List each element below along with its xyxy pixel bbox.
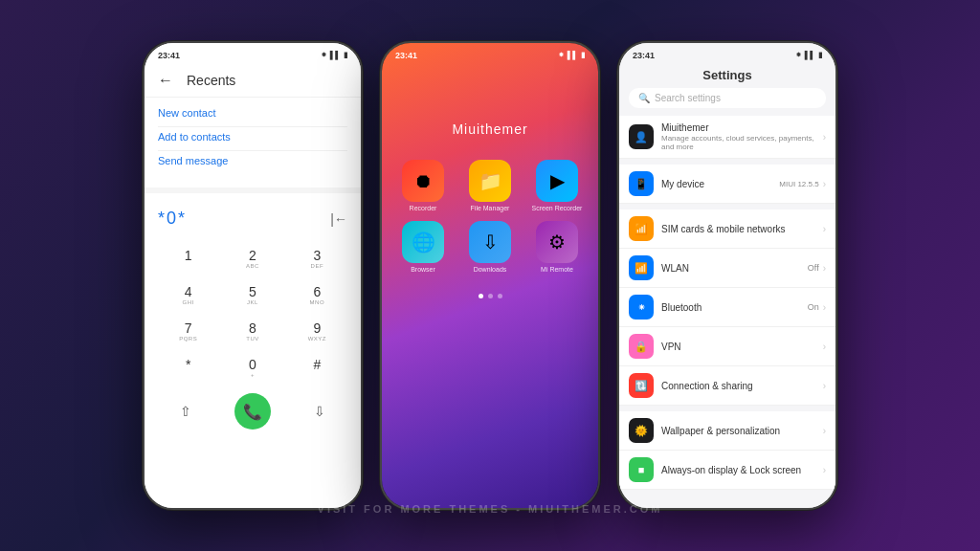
settings-item-wallpaper[interactable]: 🌞 Wallpaper & personalization › xyxy=(619,411,835,451)
conn-text: Connection & sharing xyxy=(661,381,823,391)
settings-item-connection[interactable]: 🔃 Connection & sharing › xyxy=(619,366,835,406)
phone-settings: 23:41 ⁕ ▌▌ ▮ Settings 🔍 Search settings … xyxy=(617,41,837,510)
settings-item-mydevice[interactable]: 📱 My device MIUI 12.5.5 › xyxy=(619,165,835,204)
mydevice-text: My device xyxy=(661,179,779,189)
chevron-5: › xyxy=(823,342,826,352)
app-files-label: File Manager xyxy=(471,205,510,211)
bt-name: Bluetooth xyxy=(661,302,808,313)
app-screen-icon: ▶ xyxy=(536,160,578,202)
dial-key-1[interactable]: 1 xyxy=(158,242,218,275)
app-recorder-icon: ⏺ xyxy=(402,160,444,202)
status-icons-1: ⁕ ▌▌ ▮ xyxy=(321,51,347,59)
app-downloads[interactable]: ⇩ Downloads xyxy=(461,221,519,273)
app-downloads-icon: ⇩ xyxy=(469,221,511,263)
wallpaper-text: Wallpaper & personalization xyxy=(661,426,823,436)
recents-header: ← Recents xyxy=(145,64,361,98)
wlan-status: Off xyxy=(808,263,819,273)
down-arrow-button[interactable]: ⇩ xyxy=(314,404,325,419)
miuithemer-name: Miuithemer xyxy=(661,122,823,133)
app-remote-icon: ⚙ xyxy=(536,221,578,263)
dial-key-3[interactable]: 3DEF xyxy=(287,242,347,275)
alwayson-name: Always-on display & Lock screen xyxy=(661,465,823,475)
backspace-button[interactable]: |← xyxy=(330,211,347,227)
dialpad-display: *0* |← xyxy=(158,205,347,232)
call-button[interactable]: 📞 xyxy=(234,393,271,430)
dial-key-8[interactable]: 8TUV xyxy=(222,315,282,347)
app-browser-icon: 🌐 xyxy=(402,221,444,263)
signal-icon-2: ▌▌ xyxy=(568,51,578,59)
search-placeholder: Search settings xyxy=(655,93,721,103)
mydevice-icon: 📱 xyxy=(629,171,654,196)
wlan-icon: 📶 xyxy=(629,255,654,280)
app-files[interactable]: 📁 File Manager xyxy=(461,160,519,211)
phone-home: 23:41 ⁕ ▌▌ ▮ Miuithemer ⏺ Recorder 📁 Fil… xyxy=(380,41,600,510)
bt-icon-2: ⁕ xyxy=(558,51,565,59)
dial-key-9[interactable]: 9WXYZ xyxy=(287,315,347,347)
wlan-text: WLAN xyxy=(661,263,808,274)
dialpad-area: *0* |← 1 2ABC 3DEF 4GHI 5JKL 6MNO 7PQRS … xyxy=(145,197,361,441)
signal-icon: ▌▌ xyxy=(330,51,341,59)
sim-icon: 📶 xyxy=(629,216,654,241)
app-files-icon: 📁 xyxy=(469,160,511,202)
chevron-4: › xyxy=(823,302,826,313)
send-message-link[interactable]: Send message xyxy=(158,155,347,166)
app-browser[interactable]: 🌐 Browser xyxy=(394,221,452,273)
time-3: 23:41 xyxy=(633,51,655,60)
settings-item-vpn[interactable]: 🔒 VPN › xyxy=(619,327,835,366)
dial-key-star[interactable]: * xyxy=(158,351,218,384)
dial-key-hash[interactable]: # xyxy=(287,351,347,384)
dial-key-2[interactable]: 2ABC xyxy=(222,242,282,275)
bt-icon-3: ⁕ xyxy=(795,51,802,59)
chevron-1: › xyxy=(823,179,826,189)
dial-key-4[interactable]: 4GHI xyxy=(158,278,218,311)
divider-2 xyxy=(158,150,347,151)
sim-text: SIM cards & mobile networks xyxy=(661,224,823,234)
dot-3 xyxy=(498,294,502,298)
wallpaper-name: Wallpaper & personalization xyxy=(661,426,823,436)
home-content: Miuithemer ⏺ Recorder 📁 File Manager ▶ S… xyxy=(382,64,598,508)
settings-item-alwayson[interactable]: ■ Always-on display & Lock screen › xyxy=(619,451,835,490)
chevron-6: › xyxy=(823,381,826,391)
alwayson-text: Always-on display & Lock screen xyxy=(661,465,823,475)
sim-name: SIM cards & mobile networks xyxy=(661,224,823,234)
app-recorder[interactable]: ⏺ Recorder xyxy=(394,160,452,211)
status-icons-2: ⁕ ▌▌ ▮ xyxy=(558,51,585,59)
dial-key-5[interactable]: 5JKL xyxy=(222,278,282,311)
settings-list: 👤 Miuithemer Manage accounts, cloud serv… xyxy=(619,116,835,494)
watermark: VISIT FOR MORE THEMES - MIUITHEMER.COM xyxy=(318,503,663,515)
chevron-7: › xyxy=(823,426,826,436)
phone-dialer: 23:41 ⁕ ▌▌ ▮ ← Recents New contact Add t… xyxy=(143,41,363,510)
new-contact-link[interactable]: New contact xyxy=(158,107,347,119)
dial-key-0[interactable]: 0+ xyxy=(222,351,282,384)
search-icon: 🔍 xyxy=(638,93,650,103)
chevron-2: › xyxy=(823,224,826,234)
add-to-contacts-link[interactable]: Add to contacts xyxy=(158,131,347,143)
app-browser-label: Browser xyxy=(411,266,435,273)
bt-icon: ⁕ xyxy=(321,51,327,59)
dial-key-6[interactable]: 6MNO xyxy=(287,278,347,311)
conn-icon: 🔃 xyxy=(629,373,654,398)
chevron-0: › xyxy=(823,132,826,143)
settings-item-bluetooth[interactable]: ⁕ Bluetooth On › xyxy=(619,288,835,327)
back-button[interactable]: ← xyxy=(158,72,173,89)
settings-item-wlan[interactable]: 📶 WLAN Off › xyxy=(619,249,835,288)
app-remote[interactable]: ⚙ Mi Remote xyxy=(528,221,586,273)
wallpaper-icon: 🌞 xyxy=(629,418,654,443)
dial-key-7[interactable]: 7PQRS xyxy=(158,315,218,347)
vpn-icon: 🔒 xyxy=(629,334,654,359)
settings-title: Settings xyxy=(619,64,835,88)
miuithemer-sub: Manage accounts, cloud services, payment… xyxy=(661,134,823,151)
settings-item-sim[interactable]: 📶 SIM cards & mobile networks › xyxy=(619,209,835,249)
status-bar-1: 23:41 ⁕ ▌▌ ▮ xyxy=(145,43,361,64)
settings-item-miuithemer[interactable]: 👤 Miuithemer Manage accounts, cloud serv… xyxy=(619,116,835,159)
app-screen-recorder[interactable]: ▶ Screen Recorder xyxy=(528,160,586,211)
dot-2 xyxy=(488,294,493,298)
battery-icon-3: ▮ xyxy=(818,51,822,59)
bt-icon-s: ⁕ xyxy=(629,295,654,320)
status-icons-3: ⁕ ▌▌ ▮ xyxy=(795,51,822,59)
miuithemer-icon: 👤 xyxy=(629,124,654,149)
app-screen-label: Screen Recorder xyxy=(532,205,583,211)
up-arrow-button[interactable]: ⇧ xyxy=(180,404,191,419)
settings-search[interactable]: 🔍 Search settings xyxy=(629,88,826,108)
battery-icon: ▮ xyxy=(344,51,347,59)
